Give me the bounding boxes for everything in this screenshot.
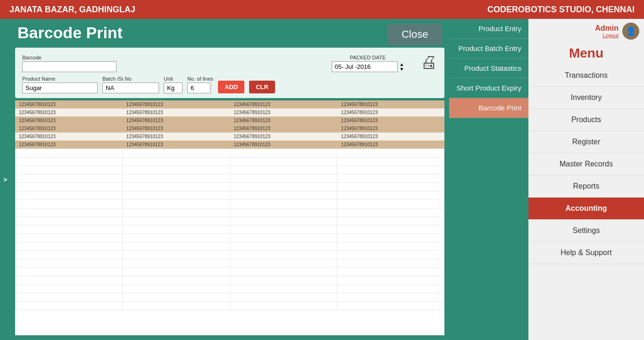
sidebar-item-short-product-expiry[interactable]: Short Product Expiry: [449, 78, 528, 98]
barcode-field-group: Barcode: [22, 55, 117, 72]
packed-date-input[interactable]: [332, 61, 398, 72]
table-row: [16, 276, 444, 285]
form-row-1: Barcode PACKED DATE ▲ ▼ 🖨: [22, 52, 437, 72]
unit-input[interactable]: [164, 83, 183, 93]
page-title: Barcode Print: [17, 24, 123, 42]
table-row: 1234567891012312345678910123123456789101…: [15, 108, 444, 116]
table-row: [16, 217, 444, 225]
no-of-lines-label: No. of lines: [187, 76, 213, 82]
sidebar-item-accounting[interactable]: Accounting: [528, 198, 644, 220]
table-row: [16, 251, 444, 259]
close-button[interactable]: Close: [387, 24, 442, 45]
batch-label: Batch /Sr.No: [102, 76, 159, 82]
barcode-table: 1234567891012312345678910123123456789101…: [15, 100, 444, 149]
no-of-lines-field-group: No. of lines: [187, 76, 213, 93]
add-button[interactable]: ADD: [218, 81, 244, 93]
table-row: [16, 183, 444, 191]
table-row: [16, 234, 444, 242]
table-row: [16, 259, 444, 268]
table-row: 1234567891012312345678910123123456789101…: [15, 116, 444, 124]
table-row: [16, 191, 444, 200]
table-row: 1234567891012312345678910123123456789101…: [15, 100, 444, 108]
sidebar-item-settings[interactable]: Settings: [528, 220, 644, 242]
table-container: 1234567891012312345678910123123456789101…: [15, 100, 444, 335]
page-header: Barcode Print Close: [10, 19, 449, 48]
barcode-label: Barcode: [22, 55, 117, 60]
table-row: [16, 285, 444, 293]
printer-button[interactable]: 🖨: [420, 52, 437, 72]
sidebar-item-help-support[interactable]: Help & Support: [528, 242, 644, 264]
table-row: [16, 200, 444, 208]
sidebar-item-reports[interactable]: Reports: [528, 175, 644, 198]
table-row: [16, 208, 444, 217]
product-name-label: Product Name: [22, 76, 98, 82]
sidebar-item-products[interactable]: Products: [528, 109, 644, 131]
top-header: JANATA BAZAR, GADHINGLAJ CODEROBOTICS ST…: [0, 0, 644, 19]
sidebar-item-inventory[interactable]: Inventory: [528, 87, 644, 109]
company-name-right: CODEROBOTICS STUDIO, CHENNAI: [487, 5, 635, 15]
table-row: [16, 149, 444, 158]
packed-date-section: PACKED DATE ▲ ▼: [332, 55, 404, 72]
right-sidebar: Admin Logout 👤 Menu Transactions Invento…: [528, 19, 644, 340]
table-row: [16, 293, 444, 302]
form-area: Barcode PACKED DATE ▲ ▼ 🖨: [15, 48, 444, 98]
admin-section: Admin Logout 👤: [528, 19, 644, 43]
table-row: [16, 225, 444, 234]
sidebar-item-product-statastics[interactable]: Product Statastics: [449, 58, 528, 78]
unit-label: Unit: [164, 76, 183, 82]
inventory-submenu-panel: Product Entry Product Batch Entry Produc…: [449, 19, 528, 340]
content-area: Barcode Print Close Barcode PACKED DATE …: [10, 19, 449, 340]
date-up-icon[interactable]: ▲: [400, 62, 404, 67]
sidebar-item-register[interactable]: Register: [528, 131, 644, 153]
batch-input[interactable]: [102, 83, 159, 93]
packed-date-label: PACKED DATE: [350, 55, 385, 60]
table-row: [16, 158, 444, 166]
sidebar-item-barcode-print[interactable]: Barcode Print: [449, 98, 528, 118]
table-row: [16, 174, 444, 183]
clr-button[interactable]: CLR: [249, 81, 275, 93]
table-row: 1234567891012312345678910123123456789101…: [15, 124, 444, 133]
sidebar-item-master-records[interactable]: Master Records: [528, 153, 644, 175]
empty-rows-table: [15, 149, 444, 310]
avatar: 👤: [622, 23, 639, 40]
sidebar-item-product-batch-entry[interactable]: Product Batch Entry: [449, 39, 528, 58]
menu-items: Transactions Inventory Products Register…: [528, 65, 644, 340]
no-of-lines-input[interactable]: [187, 83, 211, 93]
unit-field-group: Unit: [164, 76, 183, 93]
collapse-icon: >: [3, 176, 7, 183]
table-row: 1234567891012312345678910123123456789101…: [15, 141, 444, 149]
form-row-2: Product Name Batch /Sr.No Unit No. of li…: [22, 76, 437, 93]
admin-info: Admin Logout: [595, 24, 619, 38]
table-row: [16, 242, 444, 251]
sidebar-item-product-entry[interactable]: Product Entry: [449, 19, 528, 39]
barcode-input[interactable]: [22, 61, 117, 72]
logout-button[interactable]: Logout: [595, 33, 619, 38]
product-name-input[interactable]: [22, 83, 98, 93]
date-spinner[interactable]: ▲ ▼: [400, 62, 404, 72]
date-down-icon[interactable]: ▼: [400, 67, 404, 72]
table-row: [16, 166, 444, 174]
batch-field-group: Batch /Sr.No: [102, 76, 159, 93]
main-layout: > Barcode Print Close Barcode PACKED DAT…: [0, 19, 644, 340]
menu-label: Menu: [528, 43, 644, 65]
left-collapse-tab[interactable]: >: [0, 19, 10, 340]
sidebar-item-transactions[interactable]: Transactions: [528, 65, 644, 87]
table-row: 1234567891012312345678910123123456789101…: [15, 133, 444, 141]
product-name-field-group: Product Name: [22, 76, 98, 93]
company-name-left: JANATA BAZAR, GADHINGLAJ: [9, 5, 135, 15]
admin-name: Admin: [595, 24, 619, 33]
table-row: [16, 268, 444, 276]
table-row: [16, 302, 444, 310]
